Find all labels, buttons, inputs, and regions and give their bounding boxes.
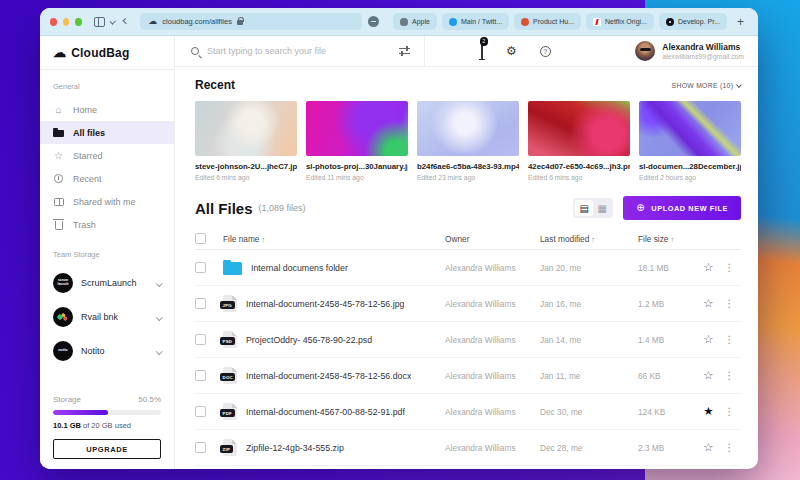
tab-netflix[interactable]: Netflix Origi... [586, 13, 654, 30]
row-menu-icon[interactable]: ⋮ [719, 442, 739, 453]
file-size: 1.4 MB [638, 335, 698, 345]
sidebar-item-all-files[interactable]: All files [40, 121, 174, 144]
search-bar[interactable] [191, 46, 397, 56]
address-bar[interactable]: ☁ cloudbag.com/allfiles [140, 13, 362, 30]
row-checkbox[interactable] [195, 406, 206, 417]
file-thumbnail[interactable] [639, 101, 741, 156]
row-menu-icon[interactable]: ⋮ [719, 334, 739, 345]
recent-card[interactable]: b24f6ae6-c5ba-48e3-93.mp4 Edited 23 mins… [417, 101, 519, 181]
file-modified: Dec 30, me [540, 407, 638, 417]
file-modified: Jan 11, me [540, 371, 638, 381]
team-name: Notito [81, 346, 105, 356]
recent-card[interactable]: sl-photos-proj...30January.jpg Edited 11… [306, 101, 408, 181]
file-name[interactable]: Internal-document-2458-45-78-12-56.jpg [246, 299, 404, 309]
settings-button[interactable]: ⚙ [506, 45, 517, 57]
row-menu-icon[interactable]: ⋮ [719, 370, 739, 381]
user-menu[interactable]: Alexandra Williams alexwilliams99@gmail.… [635, 41, 758, 61]
search-input[interactable] [207, 46, 397, 56]
grid-view-button[interactable]: ▦ [593, 200, 611, 216]
select-all-checkbox[interactable] [195, 233, 206, 244]
row-menu-icon[interactable]: ⋮ [719, 262, 739, 273]
chevron-down-icon[interactable] [156, 314, 162, 320]
browser-sidebar-icon[interactable] [94, 17, 105, 27]
new-tab-button[interactable]: + [733, 15, 748, 29]
extension-icon[interactable] [368, 16, 379, 27]
cloudbag-logo-icon: ☁ [53, 46, 66, 59]
storage-used-amount: 10.1 GB [53, 421, 81, 430]
sidebar-item-trash[interactable]: Trash [40, 213, 174, 236]
sidebar-item-home[interactable]: ⌂ Home [40, 98, 174, 121]
star-toggle[interactable]: ☆ [698, 334, 719, 346]
back-icon[interactable] [123, 19, 129, 25]
row-menu-icon[interactable]: ⋮ [719, 406, 739, 417]
window-minimize-button[interactable] [63, 18, 70, 26]
file-name[interactable]: Internal documens folder [251, 263, 348, 273]
row-menu-icon[interactable]: ⋮ [719, 298, 739, 309]
recent-card[interactable]: 42ec4d07-e650-4c69...jh3.png Edited 6 mi… [528, 101, 630, 181]
window-close-button[interactable] [50, 18, 57, 26]
chevron-down-icon[interactable] [156, 348, 162, 354]
row-checkbox[interactable] [195, 298, 206, 309]
team-item-scrumlaunch[interactable]: scrum launch ScrumLaunch [40, 266, 174, 300]
star-toggle[interactable]: ☆ [698, 370, 719, 382]
view-toggle: ▤ ▦ [573, 198, 613, 218]
row-checkbox[interactable] [195, 262, 206, 273]
file-name[interactable]: Zipfile-12-4gb-34-555.zip [246, 443, 344, 453]
table-row[interactable]: JPGInternal-document-2458-45-78-12-56.jp… [195, 286, 741, 322]
file-name[interactable]: Internal-document-4567-00-88-52-91.pdf [246, 407, 405, 417]
table-row[interactable]: ZIPZipfile-12-4gb-34-555.zip Alexandra W… [195, 430, 741, 466]
help-button[interactable]: ? [540, 46, 551, 57]
column-file-name[interactable]: File name↑ [223, 234, 445, 244]
file-thumbnail[interactable] [306, 101, 408, 156]
list-view-button[interactable]: ▤ [575, 200, 593, 216]
row-checkbox[interactable] [195, 442, 206, 453]
brand-logo[interactable]: ☁ CloudBag [40, 36, 174, 70]
star-toggle[interactable]: ★ [698, 406, 719, 418]
chevron-down-icon[interactable] [110, 19, 116, 25]
file-name[interactable]: Internal-document-2458-45-78-12-56.docx [246, 371, 411, 381]
folder-icon [53, 128, 64, 138]
file-thumbnail[interactable] [417, 101, 519, 156]
row-checkbox[interactable] [195, 370, 206, 381]
file-name[interactable]: ProjectOddry- 456-78-90-22.psd [246, 335, 372, 345]
star-toggle[interactable]: ☆ [698, 298, 719, 310]
upgrade-button[interactable]: UPGRADE [53, 439, 161, 459]
team-item-rvail-bnk[interactable]: Rvail bnk [40, 300, 174, 334]
search-icon [191, 47, 199, 55]
zip-file-icon: ZIP [223, 439, 237, 456]
recent-card[interactable]: sl-documen...28December.jpeg Edited 2 ho… [639, 101, 741, 181]
file-thumbnail[interactable] [195, 101, 297, 156]
filter-icon[interactable] [399, 48, 410, 54]
shared-icon [53, 198, 64, 206]
tab-twitter[interactable]: Main / Twitt... [442, 13, 509, 30]
chevron-down-icon[interactable] [156, 280, 162, 286]
column-file-size[interactable]: File size↑ [638, 234, 698, 244]
tab-product-hunt[interactable]: Product Hu... [514, 13, 581, 30]
file-thumbnail[interactable] [528, 101, 630, 156]
sidebar-item-starred[interactable]: ☆ Starred [40, 144, 174, 167]
star-toggle[interactable]: ☆ [698, 262, 719, 274]
table-row[interactable]: Internal documens folder Alexandra Willi… [195, 250, 741, 286]
star-toggle[interactable]: ☆ [698, 442, 719, 454]
upload-new-file-button[interactable]: ⊕ UPLOAD NEW FILE [623, 196, 741, 220]
twitter-favicon [449, 18, 457, 26]
sidebar-item-shared-with-me[interactable]: Shared with me [40, 190, 174, 213]
notifications-button[interactable]: 2 [481, 42, 483, 60]
all-files-count: (1,089 files) [259, 203, 306, 213]
table-row[interactable]: PDFInternal-document-4567-00-88-52-91.pd… [195, 394, 741, 430]
show-more-button[interactable]: SHOW MORE (10) [672, 82, 741, 89]
sidebar-item-recent[interactable]: Recent [40, 167, 174, 190]
tab-developer[interactable]: Develop. Pr... [659, 13, 727, 30]
team-item-notito[interactable]: notito Notito [40, 334, 174, 368]
table-row[interactable]: PSDProjectOddry- 456-78-90-22.psd Alexan… [195, 322, 741, 358]
tab-label: Netflix Origi... [605, 18, 647, 25]
row-checkbox[interactable] [195, 334, 206, 345]
table-row[interactable]: DOCInternal-document-2458-45-78-12-56.do… [195, 358, 741, 394]
recent-card[interactable]: steve-johnson-2U...jheC7.jpeg Edited 6 m… [195, 101, 297, 181]
column-owner[interactable]: Owner [445, 234, 540, 244]
tab-apple[interactable]: Apple [393, 13, 437, 30]
window-zoom-button[interactable] [75, 18, 82, 26]
column-last-modified[interactable]: Last modified↑ [540, 234, 638, 244]
file-modified: Jan 14, me [540, 335, 638, 345]
recent-file-edited: Edited 6 mins ago [528, 174, 630, 181]
